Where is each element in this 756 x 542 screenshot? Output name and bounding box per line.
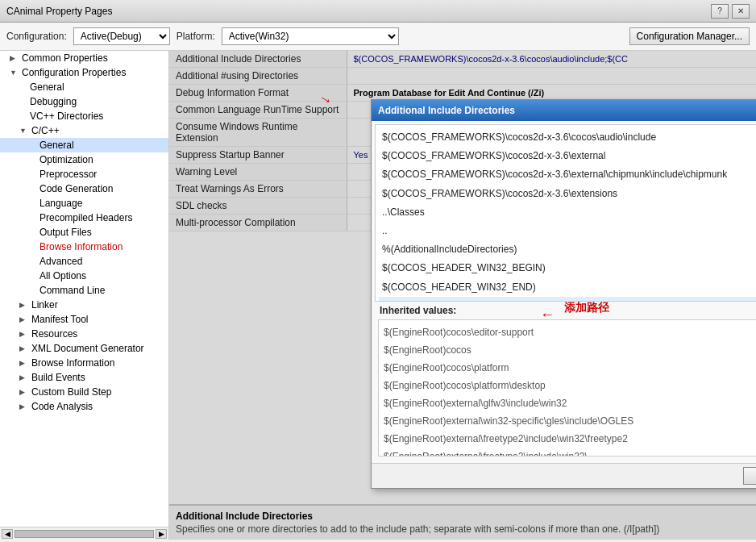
dir-item[interactable]: $(COCOS_FRAMEWORKS)\cocos2d-x-3.6\cocos\…	[379, 128, 756, 147]
tree-item-language[interactable]: Language	[0, 196, 168, 211]
tree-arrow-code-analysis: ▶	[19, 402, 27, 411]
platform-select[interactable]: Active(Win32)	[222, 27, 399, 45]
tree-item-manifest[interactable]: ▶Manifest Tool	[0, 312, 168, 327]
tree-item-build-events[interactable]: ▶Build Events	[0, 370, 168, 385]
inherited-item: $(EngineRoot)cocos\platform\desktop	[382, 377, 756, 394]
include-dirs-dialog: Additional Include Directories ✕ $(COCOS…	[371, 99, 756, 489]
tree-label-optimization: Optimization	[39, 154, 93, 165]
help-button[interactable]: ?	[711, 4, 729, 19]
tree-item-xml-doc[interactable]: ▶XML Document Generator	[0, 341, 168, 356]
tree-arrow-linker: ▶	[19, 301, 27, 309]
title-bar: CAnimal Property Pages ? ✕	[0, 0, 756, 23]
platform-label: Platform:	[177, 31, 215, 42]
toolbar: Configuration: Active(Debug) Platform: A…	[0, 23, 756, 51]
scroll-left[interactable]: ◀	[2, 529, 13, 539]
tree-label-browse-info: Browse Information	[39, 241, 123, 252]
tree-item-output-files[interactable]: Output Files	[0, 225, 168, 240]
tree-label-code-gen: Code Generation	[39, 183, 113, 194]
tree-label-common-props: Common Properties	[22, 52, 108, 64]
left-scrollbar: ◀ ▶	[0, 527, 168, 540]
tree-item-code-gen[interactable]: Code Generation	[0, 181, 168, 196]
dir-item[interactable]: $(COCOS_FRAMEWORKS)\cocos2d-x-3.6\extens…	[379, 185, 756, 203]
tree-item-browse-info[interactable]: Browse Information	[0, 240, 168, 254]
dir-item[interactable]: %(AdditionalIncludeDirectories)	[379, 240, 756, 259]
tree-item-browse-info2[interactable]: ▶Browse Information	[0, 356, 168, 370]
tree-label-cpp-general: General	[39, 140, 74, 151]
tree-label-build-events: Build Events	[31, 372, 85, 383]
config-label: Configuration:	[6, 31, 67, 42]
tree-label-code-analysis: Code Analysis	[31, 401, 93, 412]
tree-label-cpp: C/C++	[31, 125, 60, 136]
inherited-label: Inherited values:	[375, 302, 756, 319]
dir-item[interactable]: $(COCOS_FRAMEWORKS)\cocos2d-x-3.6\extern…	[379, 165, 756, 184]
inherited-item: $(EngineRoot)external\freetype2\include\…	[382, 448, 756, 457]
tree-item-all-options[interactable]: All Options	[0, 269, 168, 283]
inherited-item: $(EngineRoot)cocos	[382, 341, 756, 359]
tree-label-language: Language	[39, 198, 82, 209]
scroll-right[interactable]: ▶	[156, 529, 167, 539]
tree-arrow-config-props: ▼	[10, 69, 18, 77]
tree-label-browse-info2: Browse Information	[31, 357, 114, 369]
tree-item-optimization[interactable]: Optimization	[0, 152, 168, 167]
tree-item-cpp-general[interactable]: General	[0, 138, 168, 152]
tree-arrow-cpp: ▼	[19, 127, 27, 135]
inherited-item: $(EngineRoot)external\freetype2\include\…	[382, 430, 756, 448]
content-row: ▶Common Properties▼Configuration Propert…	[0, 51, 756, 540]
dialog-body: $(COCOS_FRAMEWORKS)\cocos2d-x-3.6\cocos\…	[372, 121, 756, 463]
inherited-item: $(EngineRoot)external\win32-specific\gle…	[382, 412, 756, 430]
tree-label-manifest: Manifest Tool	[31, 314, 88, 325]
inherited-item: $(EngineRoot)external\glfw3\include\win3…	[382, 394, 756, 412]
tree-item-preprocessor[interactable]: Preprocessor	[0, 167, 168, 181]
tree-item-linker[interactable]: ▶Linker	[0, 298, 168, 312]
tree-label-preprocessor: Preprocessor	[39, 169, 97, 180]
close-button[interactable]: ✕	[732, 4, 750, 19]
config-select[interactable]: Active(Debug)	[73, 27, 170, 45]
title-bar-controls: ? ✕	[711, 4, 750, 19]
inherited-item: $(EngineRoot)cocos\editor-support	[382, 323, 756, 341]
tree-item-code-analysis[interactable]: ▶Code Analysis	[0, 399, 168, 414]
tree-arrow-resources: ▶	[19, 330, 27, 338]
tree-arrow-browse-info2: ▶	[19, 359, 27, 367]
ok-button[interactable]: OK	[743, 467, 756, 485]
tree-arrow-xml-doc: ▶	[19, 344, 27, 352]
tree-label-precomp-hdrs: Precompiled Headers	[39, 212, 132, 223]
scroll-track[interactable]	[15, 530, 154, 538]
dialog-footer: OK Cancel	[372, 463, 756, 488]
dir-item[interactable]: ..\Classes	[379, 203, 756, 222]
tree-label-advanced: Advanced	[39, 256, 82, 267]
tree-item-advanced[interactable]: Advanced	[0, 254, 168, 269]
tree-label-general: General	[30, 81, 64, 93]
inherited-item: $(EngineRoot)cocos\platform	[382, 359, 756, 377]
tree-label-vc-dirs: VC++ Directories	[30, 110, 103, 122]
dir-list[interactable]: $(COCOS_FRAMEWORKS)\cocos2d-x-3.6\cocos\…	[375, 124, 756, 302]
tree-item-general[interactable]: General	[0, 80, 168, 94]
tree-label-all-options: All Options	[39, 270, 86, 281]
right-panel: Additional Include Directories$(COCOS_FR…	[169, 51, 756, 540]
dir-item[interactable]: $(EngineRoot)	[379, 297, 756, 302]
dir-item[interactable]: $(COCOS_FRAMEWORKS)\cocos2d-x-3.6\extern…	[379, 147, 756, 165]
tree-item-precomp-hdrs[interactable]: Precompiled Headers	[0, 211, 168, 225]
main-wrapper: ▶Common Properties▼Configuration Propert…	[0, 51, 756, 540]
tree-item-resources[interactable]: ▶Resources	[0, 327, 168, 341]
tree-item-common-props[interactable]: ▶Common Properties	[0, 51, 168, 65]
tree-item-cmd-line[interactable]: Command Line	[0, 283, 168, 298]
tree-item-config-props[interactable]: ▼Configuration Properties	[0, 65, 168, 80]
tree-label-resources: Resources	[31, 328, 77, 340]
tree-label-custom-build: Custom Build Step	[31, 386, 111, 398]
tree-label-output-files: Output Files	[39, 227, 92, 238]
dialog-title-text: Additional Include Directories	[378, 105, 515, 116]
title-bar-text: CAnimal Property Pages	[6, 6, 112, 17]
tree-item-vc-dirs[interactable]: VC++ Directories	[0, 109, 168, 123]
inherited-list: $(EngineRoot)cocos\editor-support$(Engin…	[378, 319, 756, 457]
dir-item[interactable]: $(COCOS_HEADER_WIN32_BEGIN)	[379, 259, 756, 277]
dir-item[interactable]: $(COCOS_HEADER_WIN32_END)	[379, 278, 756, 297]
tree-label-linker: Linker	[31, 299, 58, 311]
tree-item-custom-build[interactable]: ▶Custom Build Step	[0, 385, 168, 399]
tree-arrow-custom-build: ▶	[19, 388, 27, 396]
tree-arrow-build-events: ▶	[19, 373, 27, 381]
dialog-title-bar: Additional Include Directories ✕	[372, 100, 756, 121]
dir-item[interactable]: ..	[379, 222, 756, 240]
tree-item-debugging[interactable]: Debugging	[0, 94, 168, 109]
config-manager-button[interactable]: Configuration Manager...	[629, 27, 750, 45]
tree-item-cpp[interactable]: ▼C/C++	[0, 123, 168, 138]
